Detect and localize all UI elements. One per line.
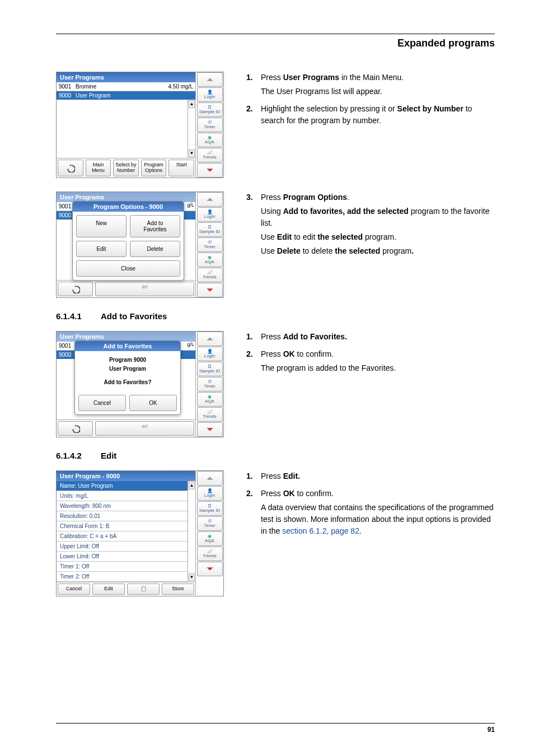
sidebar: 👤Login 🗒Sample ID ⏱Timer ◉AQA 📈Trends <box>195 332 223 437</box>
cancel-button[interactable]: Cancel <box>78 395 126 411</box>
step-number: 2. <box>246 488 254 539</box>
sidebar-trends-button[interactable]: 📈Trends <box>197 268 223 282</box>
step-number: 1. <box>246 470 254 484</box>
settings-row[interactable]: Calibration: C = a + bA <box>57 531 188 542</box>
screenshot-add-to-favorites: User Programs 9001 9000 Add to Favorites… <box>56 331 224 437</box>
sidebar-aqa-button[interactable]: ◉AQA <box>197 253 223 267</box>
sidebar-aqa-button[interactable]: ◉AQA <box>197 392 223 407</box>
step-text: The program is added to the Favorites. <box>261 362 495 374</box>
back-button[interactable] <box>58 421 93 436</box>
sidebar: 👤Login 🗒Sample ID ⏱Timer ◉AQA 📈Trends <box>195 192 223 297</box>
unit-label-fragment: g/L <box>187 202 194 208</box>
sidebar-timer-button[interactable]: ⏱Timer <box>197 516 223 531</box>
cancel-button[interactable]: Cancel <box>58 584 90 595</box>
step-text: Press Add to Favorites. <box>261 331 495 343</box>
sidebar-aqa-button[interactable]: ◉AQA <box>197 531 223 546</box>
step-text: The User Programs list will appear. <box>261 86 495 97</box>
sidebar-sample-button[interactable]: 🗒Sample ID <box>197 362 223 376</box>
edit-button[interactable]: Edit <box>92 584 125 595</box>
program-id: 9000 <box>59 92 76 99</box>
scroll-up-icon[interactable]: ▲ <box>189 482 195 489</box>
sidebar-up-icon[interactable] <box>197 192 223 207</box>
step-text: Use Delete to delete the selected progra… <box>261 245 495 257</box>
step-number: 1. <box>246 72 254 100</box>
step-list-4: 1.Press Edit.2.Press OK to confirm.A dat… <box>246 470 495 596</box>
step-body: Press User Programs in the Main Menu.The… <box>261 72 495 100</box>
back-button[interactable] <box>58 282 93 296</box>
step-body: Press Edit. <box>261 470 495 484</box>
scroll-up-icon[interactable]: ▲ <box>189 100 195 108</box>
sidebar-trends-button[interactable]: 📈Trends <box>197 547 223 561</box>
sidebar-down-icon[interactable] <box>197 562 223 576</box>
popup-title: Add to Favorites <box>75 341 180 351</box>
settings-row[interactable]: Timer 2: Off <box>57 572 188 582</box>
sidebar-login-button[interactable]: 👤Login <box>197 207 223 222</box>
sidebar-sample-button[interactable]: 🗒Sample ID <box>197 102 223 117</box>
sidebar-trends-button[interactable]: 📈Trends <box>197 148 223 162</box>
main-menu-button[interactable]: Main Menu <box>86 160 111 176</box>
page-header: Expanded programs <box>56 38 495 49</box>
settings-row[interactable]: Wavelength: 800 nm <box>57 501 188 511</box>
settings-row[interactable]: Units: mg/L <box>57 491 188 501</box>
step-text: Using Add to favorites, add the selected… <box>261 206 495 229</box>
step-text: A data overview that contains the specif… <box>261 502 495 537</box>
step-text: Use Edit to edit the selected program. <box>261 231 495 243</box>
sidebar-trends-button[interactable]: 📈Trends <box>197 407 223 422</box>
settings-row[interactable]: Chemical Form 1: B <box>57 521 188 531</box>
sidebar-timer-button[interactable]: ⏱Timer <box>197 237 223 252</box>
settings-row[interactable]: Resolution: 0.01 <box>57 511 188 521</box>
step-body: Press Program Options.Using Add to favor… <box>261 192 495 259</box>
add-to-favorites-popup: Add to Favorites Program 9000 User Progr… <box>74 340 181 415</box>
step-body: Press OK to confirm.A data overview that… <box>261 488 495 539</box>
step-number: 2. <box>246 348 254 376</box>
settings-row[interactable]: Lower Limit: Off <box>57 552 188 562</box>
sidebar-up-icon[interactable] <box>197 332 223 346</box>
program-options-button[interactable]: Program Options <box>141 160 167 176</box>
start-button[interactable]: Start <box>168 160 194 176</box>
settings-row[interactable]: Upper Limit: Off <box>57 542 188 552</box>
step-text: Press OK to confirm. <box>261 488 495 500</box>
sidebar-down-icon[interactable] <box>197 163 223 178</box>
select-by-number-button[interactable]: Select by Number <box>113 160 139 176</box>
store-button[interactable]: Store <box>162 584 194 595</box>
sidebar-login-button[interactable]: 👤Login <box>197 347 223 361</box>
sidebar-up-icon[interactable] <box>197 72 223 87</box>
sidebar-timer-button[interactable]: ⏱Timer <box>197 377 223 391</box>
edit-button[interactable]: Edit <box>76 241 127 257</box>
sidebar-timer-button[interactable]: ⏱Timer <box>197 118 223 132</box>
ok-button[interactable]: OK <box>129 395 177 411</box>
scroll-down-icon[interactable]: ▼ <box>189 573 195 581</box>
sidebar-login-button[interactable]: 👤Login <box>197 87 223 102</box>
window-title: User Program - 9000 <box>57 471 195 481</box>
step-text: Highlight the selection by pressing it o… <box>261 103 495 127</box>
close-button[interactable]: Close <box>76 260 180 277</box>
sidebar: 👤Login 🗒Sample ID ⏱Timer ◉AQA 📈Trends <box>195 72 223 178</box>
sidebar-aqa-button[interactable]: ◉AQA <box>197 133 223 147</box>
new-button[interactable]: New <box>76 215 127 237</box>
sidebar-sample-button[interactable]: 🗒Sample ID <box>197 222 223 237</box>
step-text: Press User Programs in the Main Menu. <box>261 72 495 83</box>
sidebar-sample-button[interactable]: 🗒Sample ID <box>197 501 223 516</box>
program-value: 4.50 mg/L <box>168 83 193 90</box>
add-to-favorites-button[interactable]: Add to Favorites <box>130 215 180 237</box>
program-id: 9001 <box>59 83 76 90</box>
settings-row[interactable]: Timer 1: Off <box>57 562 188 572</box>
sidebar-up-icon[interactable] <box>197 471 223 486</box>
delete-button[interactable]: Delete <box>130 241 180 257</box>
clipboard-icon[interactable]: 📋 <box>127 584 160 595</box>
popup-program-line: Program 9000 <box>77 356 178 365</box>
sidebar-login-button[interactable]: 👤Login <box>197 486 223 501</box>
sidebar-down-icon[interactable] <box>197 283 223 297</box>
popup-program-name: User Program <box>77 365 178 374</box>
screenshot-program-options: User Programs 9001 9000 Program Options … <box>56 192 224 298</box>
page-number: 91 <box>56 723 495 734</box>
sidebar-down-icon[interactable] <box>197 422 223 437</box>
back-button[interactable] <box>58 160 83 176</box>
scroll-down-icon[interactable]: ▼ <box>189 150 195 157</box>
settings-row[interactable]: Name: User Program <box>57 481 188 491</box>
step-body: Highlight the selection by pressing it o… <box>261 103 495 129</box>
step-number: 1. <box>246 331 254 345</box>
section-heading-add-to-favorites: 6.1.4.1Add to Favorites <box>56 311 495 321</box>
section-heading-edit: 6.1.4.2Edit <box>56 451 495 460</box>
unit-label-fragment: g/L <box>187 342 194 347</box>
